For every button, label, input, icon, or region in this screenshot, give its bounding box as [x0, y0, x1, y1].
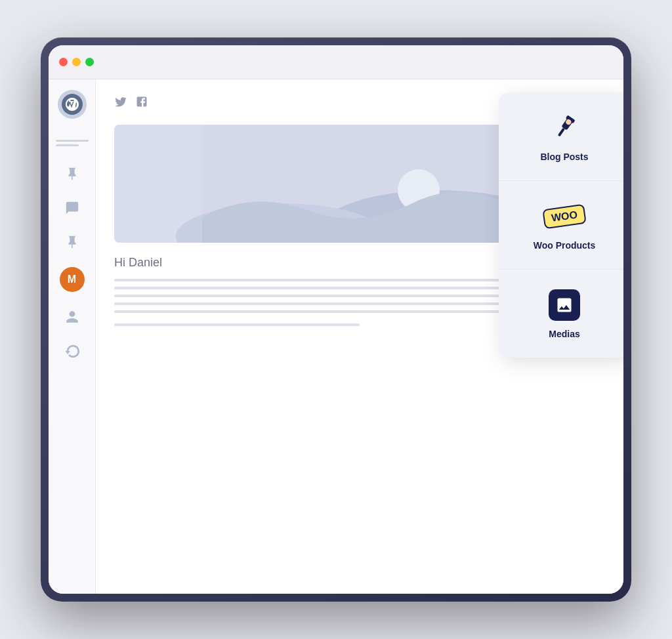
divider-line-long — [56, 140, 89, 142]
svg-rect-6 — [558, 128, 565, 137]
wp-logo[interactable] — [58, 90, 87, 119]
sidebar-icon-pin2[interactable] — [63, 233, 81, 251]
traffic-light-green[interactable] — [85, 58, 94, 66]
divider-line-short — [56, 144, 79, 146]
blog-posts-icon-container — [547, 111, 581, 145]
panel-item-blog-posts[interactable]: Blog Posts — [499, 93, 623, 181]
wp-logo-inner — [62, 94, 83, 115]
woo-icon-container: WOO — [547, 199, 581, 234]
traffic-light-yellow[interactable] — [72, 58, 81, 66]
sidebar-icon-settings[interactable] — [63, 342, 81, 360]
sidebar-header-lines — [56, 140, 89, 146]
browser-body: M — [49, 79, 623, 594]
social-icons — [114, 95, 148, 112]
traffic-light-red[interactable] — [59, 58, 68, 66]
facebook-icon[interactable] — [135, 95, 148, 112]
panel-item-woo-products[interactable]: WOO Woo Products — [499, 181, 623, 270]
panel-item-medias[interactable]: Medias — [499, 270, 623, 358]
blog-posts-label: Blog Posts — [540, 152, 588, 162]
traffic-lights — [59, 58, 94, 66]
medias-label: Medias — [549, 329, 579, 339]
avatar-initial: M — [68, 274, 76, 285]
device-frame: M — [41, 37, 631, 602]
sidebar-avatar[interactable]: M — [60, 267, 85, 292]
content-line-5 — [114, 310, 546, 313]
sidebar-icon-pin[interactable] — [63, 165, 81, 183]
right-panel: Blog Posts WOO Woo Products — [499, 93, 623, 358]
woo-badge: WOO — [542, 204, 587, 230]
sidebar-icon-user[interactable] — [63, 308, 81, 326]
content-bottom-line — [114, 323, 360, 326]
woo-products-label: Woo Products — [534, 240, 596, 251]
left-sidebar: M — [49, 79, 96, 594]
medias-icon-container — [547, 288, 581, 322]
browser-topbar — [49, 45, 623, 79]
browser-window: M — [49, 45, 623, 594]
sidebar-icon-comment[interactable] — [63, 199, 81, 217]
content-line-4 — [114, 302, 566, 305]
twitter-icon[interactable] — [114, 95, 127, 112]
media-icon-box — [549, 289, 580, 321]
